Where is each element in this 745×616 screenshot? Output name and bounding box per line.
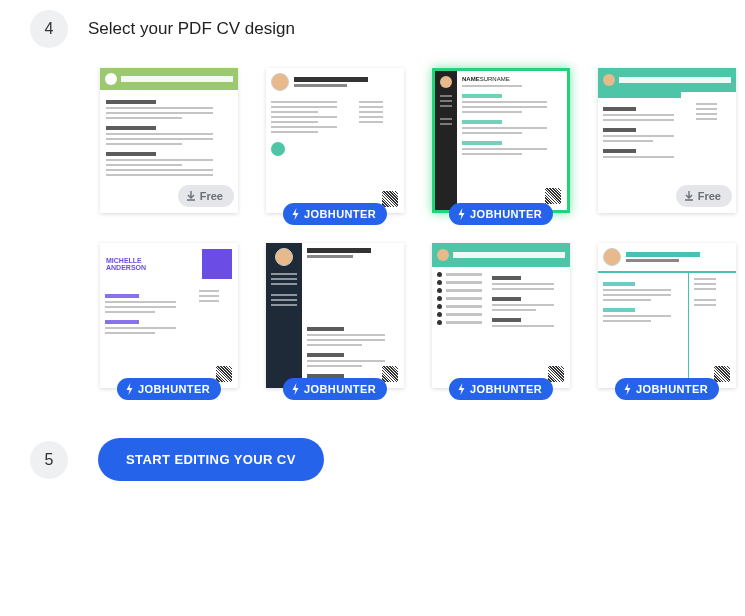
step-number-badge: 5 (30, 441, 68, 479)
jobhunter-badge-label: JOBHUNTER (304, 383, 376, 395)
template-grid: Free JOBHUNTER (0, 68, 745, 388)
jobhunter-badge: JOBHUNTER (449, 378, 553, 400)
jobhunter-badge-label: JOBHUNTER (304, 208, 376, 220)
jobhunter-badge: JOBHUNTER (615, 378, 719, 400)
template-thumbnail (266, 68, 404, 213)
step-number-badge: 4 (30, 10, 68, 48)
template-card-sidebar-name[interactable]: NAMESURNAME JOBHUNTER (432, 68, 570, 213)
free-badge-label: Free (698, 190, 721, 202)
template-card-teal-two-col[interactable]: JOBHUNTER (598, 243, 736, 388)
start-editing-button[interactable]: START EDITING YOUR CV (98, 438, 324, 481)
jobhunter-badge: JOBHUNTER (283, 203, 387, 225)
template-thumbnail (266, 243, 404, 388)
download-icon (684, 191, 694, 201)
template-thumbnail (598, 243, 736, 388)
bolt-icon (291, 208, 300, 220)
jobhunter-badge: JOBHUNTER (117, 378, 221, 400)
step-title: Select your PDF CV design (88, 19, 295, 39)
template-thumbnail: MICHELLEANDERSON (100, 243, 238, 388)
template-card-teal-bullets[interactable]: JOBHUNTER (432, 243, 570, 388)
bolt-icon (291, 383, 300, 395)
jobhunter-badge-label: JOBHUNTER (138, 383, 210, 395)
step-4-header: 4 Select your PDF CV design (0, 10, 745, 48)
template-card-teal-header[interactable]: Free (598, 68, 736, 213)
bolt-icon (457, 383, 466, 395)
template-thumbnail: NAMESURNAME (432, 68, 570, 213)
template-card-green-header[interactable]: Free (100, 68, 238, 213)
bolt-icon (457, 208, 466, 220)
jobhunter-badge: JOBHUNTER (283, 378, 387, 400)
jobhunter-badge-label: JOBHUNTER (636, 383, 708, 395)
jobhunter-badge-label: JOBHUNTER (470, 208, 542, 220)
jobhunter-badge-label: JOBHUNTER (470, 383, 542, 395)
template-thumbnail (432, 243, 570, 388)
free-badge: Free (178, 185, 234, 207)
free-badge-label: Free (200, 190, 223, 202)
step-5-row: 5 START EDITING YOUR CV (0, 438, 745, 481)
template-card-minimal-teal[interactable]: JOBHUNTER (266, 68, 404, 213)
jobhunter-badge: JOBHUNTER (449, 203, 553, 225)
bolt-icon (125, 383, 134, 395)
download-icon (186, 191, 196, 201)
template-card-purple-modern[interactable]: MICHELLEANDERSON JOBHUNTER (100, 243, 238, 388)
bolt-icon (623, 383, 632, 395)
template-card-dark-sidebar[interactable]: JOBHUNTER (266, 243, 404, 388)
free-badge: Free (676, 185, 732, 207)
